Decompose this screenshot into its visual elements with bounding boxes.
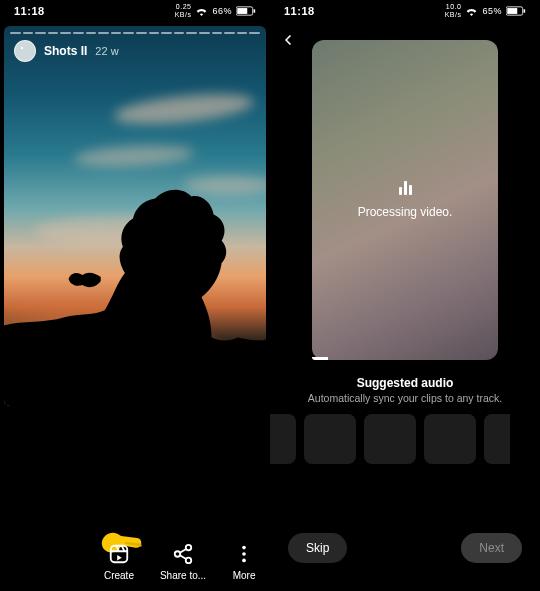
audio-wave-icon <box>399 181 412 195</box>
share-label: Share to... <box>160 570 206 581</box>
status-bar: 11:18 0.25 KB/s 66% <box>0 0 270 22</box>
suggested-title: Suggested audio <box>270 376 540 390</box>
status-battery-pct: 66% <box>212 6 232 16</box>
create-button[interactable]: Create <box>104 542 134 581</box>
share-icon <box>171 542 195 566</box>
skip-button[interactable]: Skip <box>288 533 347 563</box>
processing-progress <box>312 357 328 360</box>
video-preview: Processing video. <box>312 40 498 360</box>
audio-tile[interactable] <box>484 414 510 464</box>
audio-tile[interactable] <box>304 414 356 464</box>
suggested-subtitle: Automatically sync your clips to any tra… <box>270 392 540 404</box>
wifi-icon <box>195 6 208 16</box>
next-button[interactable]: Next <box>461 533 522 563</box>
suggested-audio-section: Suggested audio Automatically sync your … <box>270 376 540 404</box>
status-time: 11:18 <box>284 5 315 17</box>
processing-text: Processing video. <box>358 205 453 219</box>
story-progress-segments <box>10 32 260 34</box>
avatar[interactable] <box>14 40 36 62</box>
wifi-icon <box>465 6 478 16</box>
status-network-speed: 10.0 KB/s <box>445 3 462 19</box>
story-actions-bar: Create Share to... More <box>0 542 270 581</box>
more-button[interactable]: More <box>232 542 256 581</box>
audio-tile[interactable] <box>270 414 296 464</box>
more-vertical-icon <box>232 542 256 566</box>
create-label: Create <box>104 570 134 581</box>
svg-point-6 <box>186 558 192 564</box>
share-button[interactable]: Share to... <box>160 542 206 581</box>
story-image-silhouette <box>4 166 266 406</box>
svg-point-8 <box>242 552 246 556</box>
svg-rect-1 <box>237 8 247 14</box>
battery-icon <box>506 6 526 16</box>
audio-tile[interactable] <box>424 414 476 464</box>
svg-point-5 <box>175 551 181 557</box>
chevron-left-icon <box>280 34 296 51</box>
audio-tiles-row[interactable] <box>270 414 540 464</box>
reels-icon <box>107 542 131 566</box>
svg-rect-3 <box>111 546 128 563</box>
svg-rect-12 <box>524 9 526 12</box>
story-age: 22 w <box>95 45 118 57</box>
status-battery-pct: 65% <box>482 6 502 16</box>
story-header[interactable]: Shots II 22 w <box>14 40 119 62</box>
audio-tile[interactable] <box>364 414 416 464</box>
story-username[interactable]: Shots II <box>44 44 87 58</box>
phone-screen-right: 11:18 10.0 KB/s 65% Proc <box>270 0 540 591</box>
phone-screen-left: 11:18 0.25 KB/s 66% <box>0 0 270 591</box>
battery-icon <box>236 6 256 16</box>
story-viewer[interactable]: Shots II 22 w <box>4 26 266 406</box>
status-bar: 11:18 10.0 KB/s 65% <box>270 0 540 22</box>
status-network-speed: 0.25 KB/s <box>175 3 192 19</box>
back-button[interactable] <box>280 32 296 52</box>
svg-point-7 <box>242 546 246 550</box>
svg-rect-2 <box>254 9 256 12</box>
status-time: 11:18 <box>14 5 45 17</box>
more-label: More <box>233 570 256 581</box>
svg-point-9 <box>242 559 246 563</box>
svg-point-4 <box>186 545 192 551</box>
nav-buttons: Skip Next <box>270 533 540 563</box>
svg-rect-11 <box>507 8 517 14</box>
